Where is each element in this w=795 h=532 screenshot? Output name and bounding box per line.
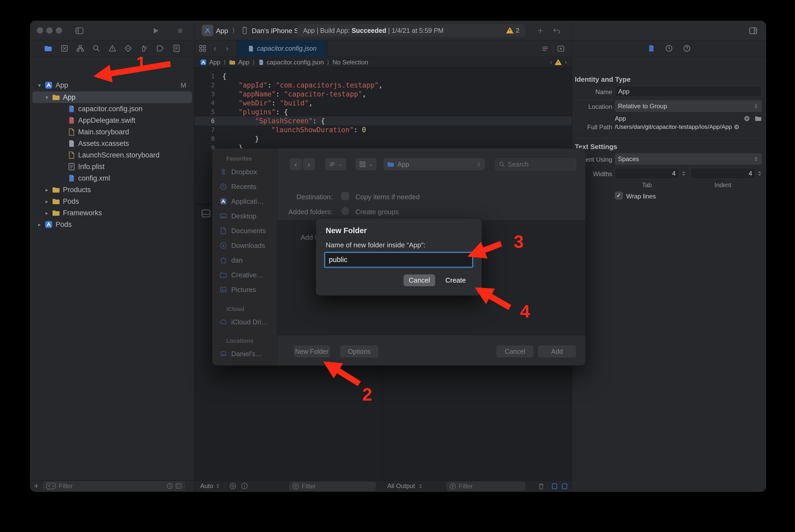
tree-row-file[interactable]: Info.plist xyxy=(32,161,192,172)
report-navigator-icon[interactable] xyxy=(173,44,180,52)
sheet-cancel-button[interactable]: Cancel xyxy=(496,345,534,358)
sheet-forward-button[interactable]: › xyxy=(303,158,315,170)
tab-width-stepper[interactable] xyxy=(681,169,687,178)
name-field[interactable]: App xyxy=(615,86,762,97)
clear-console-icon[interactable] xyxy=(538,482,545,490)
source-control-navigator-icon[interactable] xyxy=(60,44,68,52)
tree-row-group-frameworks[interactable]: ▸ Frameworks xyxy=(32,207,192,219)
disclosure-closed-icon[interactable]: ▸ xyxy=(36,222,43,228)
file-inspector-icon[interactable] xyxy=(648,44,655,52)
adjust-editor-options-icon[interactable] xyxy=(541,45,549,53)
reveal-path-icon[interactable] xyxy=(734,124,740,130)
warning-count[interactable]: 2 xyxy=(516,27,519,34)
console-output-scope[interactable]: All Output xyxy=(387,482,415,490)
indent-width-field[interactable]: 4 xyxy=(690,168,756,179)
find-navigator-icon[interactable] xyxy=(92,44,100,52)
library-plus-icon[interactable] xyxy=(537,27,544,34)
add-editor-icon[interactable] xyxy=(557,45,565,53)
location-dropdown[interactable]: Relative to Group xyxy=(615,100,762,112)
code-line[interactable]: 3"appName": "capacitor-testapp", xyxy=(194,90,572,99)
debug-area-layout-icon[interactable] xyxy=(200,208,212,219)
sidebar-item-downloads[interactable]: Downloads xyxy=(220,239,275,252)
toggle-inspector-icon[interactable] xyxy=(749,26,758,35)
tree-row-project-app[interactable]: ▾ App M xyxy=(32,79,192,91)
crumb-selection[interactable]: No Selection xyxy=(332,59,368,66)
code-line[interactable]: 2"appId": "com.capacitorjs.testapp", xyxy=(194,81,572,90)
reset-location-icon[interactable] xyxy=(743,115,750,122)
tree-row-file[interactable]: capacitor.config.json xyxy=(32,103,192,115)
sidebar-item-dropbox[interactable]: Dropbox xyxy=(220,166,275,178)
sheet-add-button[interactable]: Add xyxy=(538,345,576,358)
console-filter-field[interactable]: Filter xyxy=(447,482,525,491)
navigator-filter-field[interactable]: Filter xyxy=(43,481,185,491)
wrap-lines-checkbox[interactable]: ✓ xyxy=(615,192,623,200)
variables-view-scope[interactable]: Auto xyxy=(200,482,213,490)
breakpoint-navigator-icon[interactable] xyxy=(156,44,164,52)
sidebar-item-home[interactable]: dan xyxy=(220,254,275,267)
issue-navigator-icon[interactable] xyxy=(108,44,116,52)
toggle-navigator-icon[interactable] xyxy=(75,26,84,35)
minimize-window-button[interactable] xyxy=(46,27,53,34)
code-line[interactable]: 8} xyxy=(194,134,572,143)
forward-icon[interactable]: › xyxy=(226,44,228,53)
sheet-back-button[interactable]: ‹ xyxy=(290,158,302,170)
copy-items-checkbox[interactable] xyxy=(341,192,349,200)
disclosure-open-icon[interactable]: ▾ xyxy=(36,82,43,88)
scheme-name[interactable]: App xyxy=(216,27,228,35)
symbol-navigator-icon[interactable] xyxy=(76,44,84,52)
sheet-search-field[interactable]: Search xyxy=(495,158,576,170)
zoom-window-button[interactable] xyxy=(56,27,62,34)
close-window-button[interactable] xyxy=(37,27,43,34)
sheet-options-button[interactable]: Options xyxy=(340,345,378,358)
column-view-button[interactable]: ⌄ xyxy=(356,158,377,170)
tree-row-file[interactable]: Main.storyboard xyxy=(32,126,192,138)
disclosure-closed-icon[interactable]: ▸ xyxy=(43,198,51,205)
code-line[interactable]: 5"plugins": { xyxy=(194,108,572,116)
prev-issue-icon[interactable]: ‹ xyxy=(550,58,552,66)
related-items-icon[interactable] xyxy=(199,44,206,52)
run-button[interactable] xyxy=(152,27,160,35)
tree-row-file[interactable]: AppDelegate.swift xyxy=(32,115,192,126)
tree-row-file[interactable]: LaunchScreen.storyboard xyxy=(32,149,192,161)
tree-row-project-pods[interactable]: ▸ Pods xyxy=(32,219,192,230)
sidebar-item-daniels-mac[interactable]: Daniel's… xyxy=(220,347,275,360)
tree-row-file[interactable]: config.xml xyxy=(32,172,192,184)
code-line[interactable]: 1{ xyxy=(194,72,572,81)
test-navigator-icon[interactable] xyxy=(124,44,132,52)
folder-name-input[interactable] xyxy=(325,252,473,267)
choose-folder-icon[interactable] xyxy=(755,115,762,122)
sidebar-item-creative[interactable]: Creative… xyxy=(220,269,275,281)
create-groups-radio[interactable] xyxy=(341,207,349,215)
back-icon[interactable]: ‹ xyxy=(214,44,216,53)
disclosure-open-icon[interactable]: ▾ xyxy=(43,94,51,100)
source-control-filter-icon[interactable] xyxy=(175,482,182,489)
code-line[interactable]: 7"launchShowDuration": 0 xyxy=(194,126,572,134)
tab-width-field[interactable]: 4 xyxy=(615,168,679,179)
sheet-new-folder-button[interactable]: New Folder xyxy=(294,345,330,358)
print-description-icon[interactable] xyxy=(241,482,248,490)
tree-row-group-pods[interactable]: ▸ Pods xyxy=(32,195,192,207)
tree-row-group-products[interactable]: ▸ Products xyxy=(32,184,192,195)
quicklook-icon[interactable] xyxy=(229,482,236,490)
show-variables-view-icon[interactable] xyxy=(551,482,558,490)
run-destination[interactable]: Dan's iPhone SE xyxy=(252,27,303,35)
list-view-button[interactable]: ⌄ xyxy=(325,158,346,170)
crumb-group[interactable]: App xyxy=(238,59,249,66)
indent-width-stepper[interactable] xyxy=(757,169,762,178)
project-navigator-icon[interactable] xyxy=(44,44,52,53)
add-file-button[interactable]: + xyxy=(34,482,39,490)
disclosure-closed-icon[interactable]: ▸ xyxy=(43,210,51,216)
folder-select-dropdown[interactable]: App xyxy=(383,158,485,170)
crumb-project[interactable]: App xyxy=(209,59,220,66)
code-review-icon[interactable] xyxy=(552,27,561,35)
tab-capacitor-config[interactable]: capacitor.config.json xyxy=(237,40,327,57)
history-inspector-icon[interactable] xyxy=(665,44,673,52)
sidebar-item-applications[interactable]: Applicati… xyxy=(220,195,275,208)
debug-navigator-icon[interactable] xyxy=(140,44,148,52)
code-line[interactable]: 4"webDir": "build", xyxy=(194,99,572,108)
recent-files-filter-icon[interactable] xyxy=(166,482,173,489)
sidebar-item-recents[interactable]: Recents xyxy=(220,180,275,193)
show-console-icon[interactable] xyxy=(561,482,568,490)
dialog-cancel-button[interactable]: Cancel xyxy=(403,274,435,286)
dialog-create-button[interactable]: Create xyxy=(440,274,471,286)
